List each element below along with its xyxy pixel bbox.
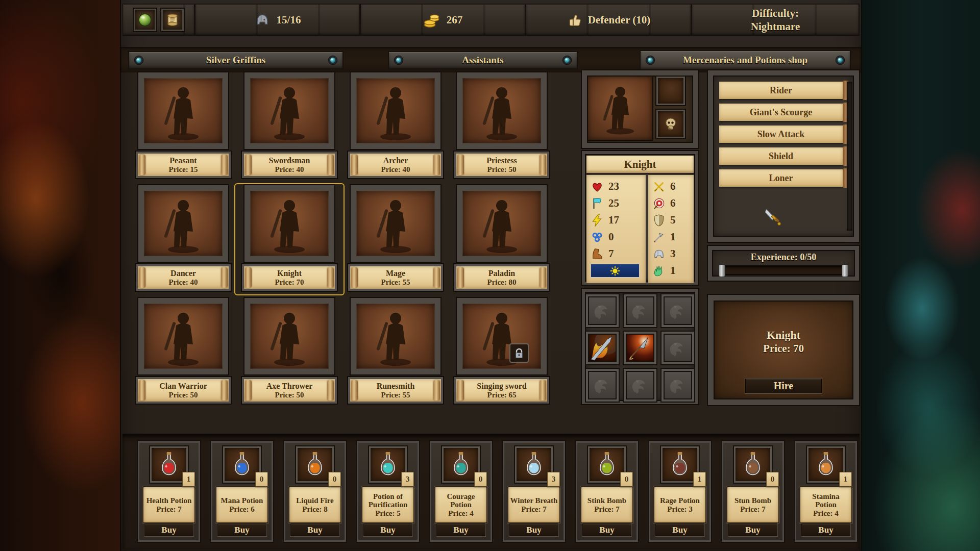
unit-card-archer[interactable]: Archer Price: 40	[342, 72, 449, 181]
unit-price: Price: 55	[381, 278, 410, 287]
ability-slot-flaming-blade[interactable]	[586, 332, 619, 364]
unit-card-knight-selected[interactable]: Knight Price: 70	[236, 185, 342, 293]
unit-card-swordsman[interactable]: Swordsman Price: 40	[236, 72, 342, 181]
buy-button[interactable]: Buy	[363, 523, 412, 536]
hire-unit-name: Knight	[767, 328, 800, 342]
lightning-icon	[591, 214, 604, 227]
flask-icon	[742, 452, 764, 478]
griffin-emblem-icon	[588, 371, 617, 399]
tab-silver-griffins[interactable]: Silver Griffins	[128, 51, 344, 69]
potion-price: Price: 4	[813, 509, 839, 518]
unit-portrait-frame	[351, 72, 440, 149]
potion-card-rage-potion: 1 Rage Potion Price: 3 Buy	[649, 441, 711, 542]
unit-banner: Axe Thrower Price: 50	[242, 377, 337, 404]
potion-card-stun-bomb: 0 Stun Bomb Price: 7 Buy	[722, 441, 784, 542]
gem-icon	[645, 55, 656, 66]
potion-card-potion-of-purification: 3 Potion of Purification Price: 5 Buy	[357, 441, 419, 542]
tab-assistants[interactable]: Assistants	[388, 51, 578, 69]
unit-name: Clan Warrior	[159, 382, 207, 391]
flask-icon	[450, 452, 472, 478]
buy-button[interactable]: Buy	[144, 523, 193, 536]
unit-card-paladin[interactable]: Paladin Price: 80	[449, 185, 555, 293]
lock-icon	[513, 347, 525, 360]
stat-health: 23	[591, 178, 643, 195]
ability-slot-empty	[662, 332, 694, 364]
world-orb-button[interactable]	[134, 9, 156, 31]
piercing-arrow-ability-icon	[627, 335, 653, 361]
buy-button[interactable]: Buy	[582, 523, 631, 536]
hire-unit-price: Price: 70	[763, 342, 804, 355]
buy-button[interactable]: Buy	[436, 523, 485, 536]
unit-portrait-art	[155, 194, 211, 256]
unit-card-dancer[interactable]: Dancer Price: 40	[130, 185, 236, 293]
stat-ammo: 1	[652, 229, 691, 245]
potion-card-liquid-fire: 0 Liquid Fire Price: 8 Buy	[284, 441, 346, 542]
buy-button[interactable]: Buy	[509, 523, 558, 536]
flask-icon	[596, 452, 618, 478]
unit-card-axe-thrower[interactable]: Axe Thrower Price: 50	[236, 298, 342, 406]
scroll-icon	[165, 12, 180, 28]
buy-button[interactable]: Buy	[217, 523, 266, 536]
flask-icon	[523, 452, 545, 478]
unit-card-clan-warrior[interactable]: Clan Warrior Price: 50	[130, 298, 236, 406]
unit-name: Priestess	[486, 156, 517, 165]
scroll-button[interactable]	[161, 9, 184, 31]
ability-slot-piercing-arrow[interactable]	[624, 332, 656, 364]
unit-portrait-art	[261, 307, 317, 368]
unit-banner: Singing sword Price: 65	[454, 377, 549, 404]
trait-slow-attack[interactable]: Slow Attack	[719, 126, 843, 143]
trait-shield[interactable]: Shield	[719, 147, 843, 165]
unit-card-priestess[interactable]: Priestess Price: 50	[449, 72, 555, 181]
tab-mercenaries-shop[interactable]: Mercenaries and Potions shop	[640, 50, 851, 70]
thumbs-up-icon	[567, 12, 582, 28]
unit-card-peasant[interactable]: Peasant Price: 15	[130, 72, 236, 181]
ability-slot-empty	[586, 369, 619, 402]
unit-price: Price: 15	[168, 165, 198, 174]
unit-card-mage[interactable]: Mage Price: 55	[342, 185, 449, 293]
flaming-blade-ability-icon	[589, 335, 616, 361]
stat-value: 0	[608, 231, 614, 243]
trait-giants-scourge[interactable]: Giant's Scourge	[719, 104, 843, 121]
buy-button[interactable]: Buy	[655, 523, 704, 536]
selected-unit-portrait	[588, 77, 652, 140]
background-art-left	[0, 0, 122, 551]
buy-button[interactable]: Buy	[290, 523, 339, 536]
potion-card-stink-bomb: 0 Stink Bomb Price: 7 Buy	[576, 441, 638, 542]
potion-price: Price: 7	[521, 505, 547, 514]
potion-count: 1	[693, 472, 706, 487]
top-resource-bar: 15/16 267 Defender (10) Difficulty: Nigh…	[122, 4, 860, 36]
unit-portrait-frame	[244, 185, 334, 262]
potion-price: Price: 4	[448, 509, 474, 518]
potion-card-courage-potion: 0 Courage Potion Price: 4 Buy	[430, 441, 492, 542]
difficulty-section: Difficulty: Nightmare	[692, 4, 860, 36]
griffin-emblem-icon	[588, 296, 617, 325]
unit-portrait-art	[155, 82, 211, 143]
potion-label: Health Potion Price: 7	[142, 486, 195, 523]
potion-card-mana-potion: 0 Mana Potion Price: 6 Buy	[211, 441, 273, 542]
unit-banner: Runesmith Price: 55	[348, 377, 443, 404]
potion-label: Stamina Potion Price: 4	[799, 486, 852, 523]
trait-rider[interactable]: Rider	[719, 82, 843, 99]
traits-scrollbar[interactable]	[847, 82, 852, 231]
hire-button[interactable]: Hire	[745, 379, 822, 393]
trait-loner[interactable]: Loner	[719, 169, 843, 187]
stat-value: 6	[670, 180, 676, 193]
potion-price: Price: 8	[302, 505, 328, 514]
tab-label: Silver Griffins	[144, 55, 327, 66]
unit-card-singing-sword[interactable]: Singing sword Price: 65	[449, 298, 555, 406]
potion-label: Stun Bomb Price: 7	[726, 486, 779, 523]
buy-button[interactable]: Buy	[801, 523, 850, 536]
gem-icon	[133, 55, 144, 66]
griffin-emblem-icon	[664, 296, 692, 325]
stats-column-left: 23 25 17 0 7	[586, 175, 646, 283]
potion-label: Rage Potion Price: 3	[653, 486, 706, 523]
unit-portrait-frame	[457, 72, 547, 149]
selected-unit-name: Knight	[586, 156, 694, 173]
unit-card-runesmith[interactable]: Runesmith Price: 55	[342, 298, 449, 406]
unit-portrait-frame	[138, 72, 228, 149]
potion-count: 1	[839, 472, 852, 487]
buy-button[interactable]: Buy	[728, 523, 777, 536]
potion-label: Stink Bomb Price: 7	[580, 486, 633, 523]
stat-value: 1	[670, 264, 676, 277]
unit-banner: Swordsman Price: 40	[242, 152, 337, 178]
